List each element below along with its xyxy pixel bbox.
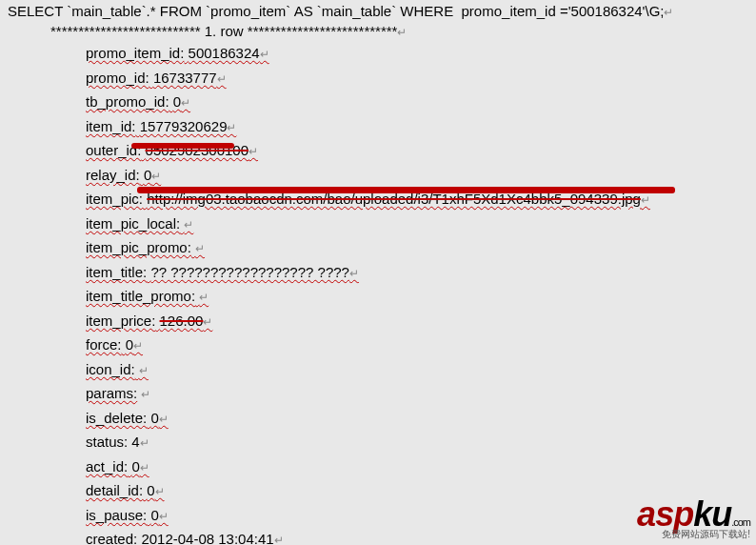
field-item-title-promo: item_title_promo: ↵ (8, 285, 748, 310)
field-label: item_pic_local: (86, 215, 180, 232)
field-relay-id: relay_id: 0↵ (8, 164, 748, 189)
field-label: force: (86, 336, 122, 353)
sql-output-block: SELECT `main_table`.* FROM `promo_item` … (0, 0, 756, 545)
field-label: item_pic_promo: (86, 239, 191, 255)
sql-query-line: SELECT `main_table`.* FROM `promo_item` … (8, 2, 748, 22)
watermark: aspku.com 免费网站源码下载站! (637, 497, 750, 539)
field-act-id: act_id: 0↵ (8, 455, 748, 480)
field-value: 15779320629 (140, 118, 228, 134)
paragraph-mark: ↵ (140, 461, 149, 474)
field-value: 500186324 (189, 45, 260, 61)
field-label: item_pic: (86, 191, 143, 207)
field-label: item_title_promo: (86, 288, 195, 304)
paragraph-mark: ↵ (349, 267, 359, 280)
field-value: 0 (147, 482, 154, 498)
paragraph-mark: ↵ (140, 436, 149, 450)
field-label: relay_id: (86, 167, 140, 183)
field-label: is_pause: (86, 507, 147, 523)
field-value: 0 (144, 167, 151, 183)
paragraph-mark: ↵ (159, 510, 169, 523)
paragraph-mark: ↵ (397, 26, 407, 39)
field-label: tb_promo_id: (86, 93, 169, 110)
field-label: item_price: (86, 313, 155, 329)
paragraph-mark: ↵ (151, 170, 161, 183)
paragraph-mark: ↵ (141, 388, 150, 401)
paragraph-mark: ↵ (159, 413, 169, 426)
paragraph-mark: ↵ (139, 364, 149, 377)
field-label: act_id: (86, 458, 128, 474)
field-item-pic-promo: item_pic_promo: ↵ (8, 236, 748, 261)
paragraph-mark: ↵ (203, 315, 212, 329)
field-value: ?? ?????????????????? ???? (150, 264, 349, 280)
field-label: icon_id: (86, 361, 135, 377)
paragraph-mark: ↵ (274, 534, 284, 545)
field-value: 0 (131, 458, 139, 474)
field-value: 0 (150, 507, 158, 523)
field-value: 0 (173, 93, 181, 110)
paragraph-mark: ↵ (195, 242, 205, 255)
paragraph-mark: ↵ (184, 218, 193, 232)
field-label: item_id: (86, 118, 136, 134)
field-item-id: item_id: 15779320629↵ (8, 115, 748, 140)
field-label: is_delete: (86, 410, 147, 426)
paragraph-mark: ↵ (199, 291, 209, 304)
paragraph-mark: ↵ (133, 339, 143, 353)
watermark-logo: aspku.com (637, 497, 750, 532)
redaction-bar-2 (137, 187, 675, 193)
paragraph-mark: ↵ (217, 72, 227, 86)
field-force: force: 0↵ (8, 333, 748, 358)
field-label: promo_item_id: (86, 45, 184, 61)
field-item-price: item_price: 126.00↵ (8, 310, 748, 334)
paragraph-mark: ↵ (249, 145, 258, 158)
field-outer-id: outer_id: 0502902300100↵ (8, 139, 748, 164)
field-value: 0 (150, 410, 158, 426)
field-value: 0 (126, 336, 133, 353)
row-marker-line: *************************** 1. row *****… (8, 22, 748, 42)
field-label: created: (86, 531, 137, 545)
field-label: detail_id: (86, 482, 143, 498)
paragraph-mark: ↵ (664, 6, 673, 19)
field-value: 16733777 (153, 70, 217, 86)
field-label: status: (86, 434, 128, 450)
paragraph-mark: ↵ (155, 485, 165, 498)
field-label: promo_id: (86, 70, 149, 86)
field-value: 2012-04-08 13:04:41 (141, 531, 273, 545)
field-is-delete: is_delete: 0↵ (8, 407, 748, 432)
sql-query-text: SELECT `main_table`.* FROM `promo_item` … (8, 3, 664, 19)
field-item-pic-local: item_pic_local: ↵ (8, 212, 748, 237)
field-value-redacted: http://img03.taobaocdn.com/bao/uploaded/… (147, 191, 641, 207)
paragraph-mark: ↵ (641, 193, 650, 207)
paragraph-mark: ↵ (260, 48, 269, 61)
paragraph-mark: ↵ (181, 96, 190, 110)
field-label: item_title: (86, 264, 147, 280)
watermark-domain: .com (731, 516, 750, 528)
field-params: params: ↵ (8, 382, 748, 407)
paragraph-mark: ↵ (227, 121, 236, 134)
field-value: 4 (131, 434, 139, 450)
field-status: status: 4↵ (8, 431, 748, 455)
redaction-bar-1 (131, 143, 234, 149)
field-value-redacted: 126.00 (160, 313, 204, 329)
field-tb-promo-id: tb_promo_id: 0↵ (8, 91, 748, 115)
field-icon-id: icon_id: ↵ (8, 358, 748, 383)
field-promo-item-id: promo_item_id: 500186324↵ (8, 42, 748, 67)
field-item-title: item_title: ?? ?????????????????? ????↵ (8, 261, 748, 286)
field-label: params: (86, 385, 137, 401)
row-marker-text: *************************** 1. row *****… (50, 23, 397, 39)
field-promo-id: promo_id: 16733777↵ (8, 67, 748, 91)
